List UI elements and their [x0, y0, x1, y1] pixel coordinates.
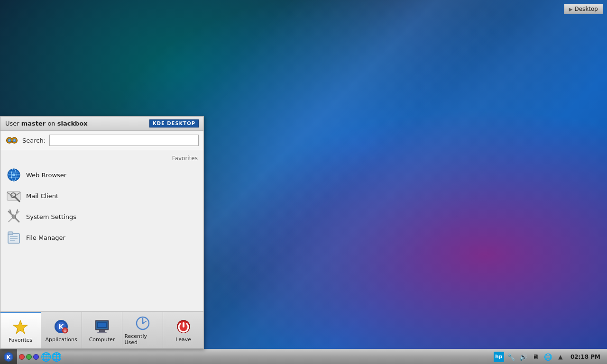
web-browser-icon: [6, 167, 21, 182]
taskbar: K 🌐 🌐 hp 🔧 🔊 🖥 🌐 ▲ 02:18 PM: [0, 349, 607, 364]
network-tray-icon[interactable]: 🌐: [543, 352, 553, 362]
svg-text:K: K: [6, 354, 11, 361]
kmenu-content: Favorites Web Browser: [0, 150, 203, 311]
recently-used-tab-label: Recently Used: [124, 333, 161, 346]
hp-icon[interactable]: hp: [494, 352, 504, 362]
taskbar-clock: 02:18 PM: [568, 354, 603, 360]
taskbar-dots: [17, 354, 41, 360]
favorites-tab-icon: [12, 318, 29, 336]
desktop-button-label: Desktop: [575, 6, 598, 12]
dot-green[interactable]: [26, 354, 32, 360]
taskbar-system-tray: hp 🔧 🔊 🖥 🌐 ▲ 02:18 PM: [494, 352, 607, 362]
mail-client-label: Mail Client: [26, 192, 58, 200]
file-manager-icon: [6, 230, 21, 245]
screen-tray-icon[interactable]: 🖥: [531, 352, 541, 362]
dot-blue[interactable]: [33, 354, 39, 360]
svg-rect-37: [99, 330, 105, 332]
menu-item-file-manager[interactable]: File Manager: [0, 227, 203, 248]
favorites-section-title: Favorites: [0, 154, 203, 164]
leave-tab-label: Leave: [175, 337, 191, 343]
mail-client-icon: [6, 188, 21, 203]
kmenu-search-bar: Search:: [0, 131, 203, 150]
tab-applications[interactable]: K ⚙ Applications: [41, 312, 82, 348]
svg-point-13: [12, 173, 15, 176]
tab-recently-used[interactable]: Recently Used: [122, 312, 163, 348]
svg-point-44: [142, 322, 144, 324]
system-settings-label: System Settings: [26, 213, 76, 220]
system-settings-icon: [6, 209, 21, 224]
applications-tab-label: Applications: [46, 337, 77, 343]
tab-leave[interactable]: Leave: [163, 312, 203, 348]
computer-tab-icon: [93, 318, 110, 335]
desktop-button-icon: ▶: [569, 7, 573, 12]
settings-tray-icon[interactable]: 🔧: [506, 352, 516, 362]
svg-point-6: [14, 139, 16, 141]
svg-point-21: [12, 215, 16, 218]
taskbar-network-icon1[interactable]: 🌐: [41, 352, 51, 362]
applications-tab-icon: K ⚙: [53, 318, 70, 335]
taskbar-network-icon2[interactable]: 🌐: [51, 352, 62, 362]
menu-item-system-settings[interactable]: System Settings: [0, 206, 203, 227]
search-label: Search:: [22, 137, 46, 144]
search-input[interactable]: [49, 135, 199, 146]
hostname: slackbox: [57, 120, 88, 127]
leave-tab-icon: [175, 318, 192, 335]
svg-rect-40: [98, 323, 106, 327]
user-prefix: User: [5, 120, 21, 127]
menu-item-web-browser[interactable]: Web Browser: [0, 164, 203, 185]
kde-logo: KDE DESKTOP: [149, 119, 199, 127]
recently-used-tab-icon: [134, 315, 151, 332]
file-manager-label: File Manager: [26, 234, 65, 241]
web-browser-label: Web Browser: [26, 172, 66, 179]
username: master: [21, 120, 46, 127]
svg-point-5: [9, 139, 10, 141]
tab-computer[interactable]: Computer: [82, 312, 123, 348]
tab-favorites[interactable]: Favorites: [0, 312, 41, 348]
svg-text:⚙: ⚙: [64, 329, 67, 333]
kmenu-header: User master on slackbox KDE DESKTOP: [0, 117, 203, 131]
favorites-tab-label: Favorites: [9, 337, 33, 343]
desktop-button[interactable]: ▶ Desktop: [564, 4, 603, 14]
dot-red[interactable]: [19, 354, 25, 360]
computer-tab-label: Computer: [89, 337, 115, 343]
audio-tray-icon[interactable]: 🔊: [518, 352, 529, 362]
search-binoculars-icon: [5, 134, 18, 147]
menu-item-mail-client[interactable]: Mail Client: [0, 185, 203, 206]
on-text: on: [46, 120, 57, 127]
svg-rect-25: [8, 232, 13, 235]
start-button[interactable]: K: [0, 349, 17, 364]
kmenu-user-info: User master on slackbox: [5, 120, 88, 127]
svg-rect-47: [183, 322, 184, 328]
kmenu-popup: User master on slackbox KDE DESKTOP Sear…: [0, 116, 204, 349]
svg-rect-38: [97, 332, 107, 333]
kmenu-tabs: Favorites K ⚙ Applications: [0, 311, 203, 348]
tray-expand-icon[interactable]: ▲: [555, 352, 566, 362]
svg-marker-29: [13, 320, 28, 334]
